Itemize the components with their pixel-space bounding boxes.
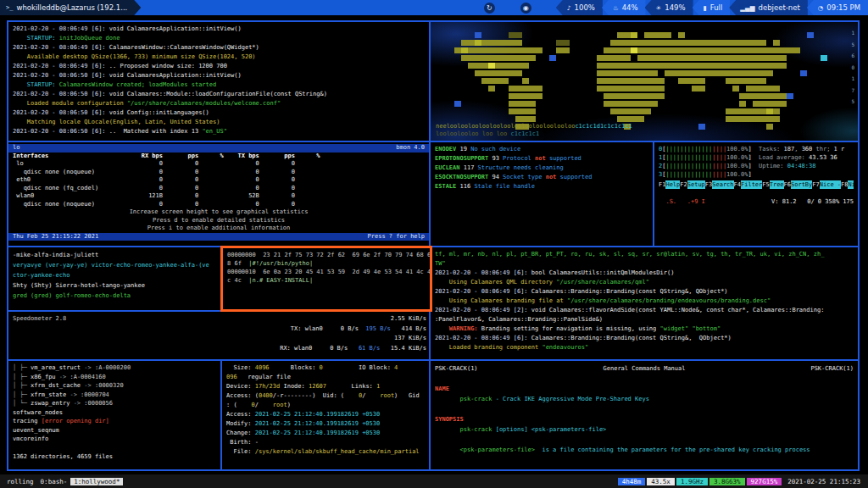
terminal-line: EUCLEAN 117 Structure needs cleaning bbox=[435, 164, 648, 173]
desktop: >_ whokilleddb@Lazarus (192.1... ↻ ◉ ♪ 1… bbox=[0, 0, 868, 488]
terminal-line: 2021-02-20 - 08:06:49 [6]: .. Proposed w… bbox=[13, 62, 425, 71]
status-chip: 4h48m bbox=[618, 478, 646, 485]
terminal-line: 1[|||||||||||||||||100.0%] Load average:… bbox=[659, 153, 854, 162]
pane-man-psk-crack[interactable]: PSK-CRACK(1)General Commands ManualPSK-C… bbox=[429, 359, 860, 471]
terminal-line: 1362 directories, 4659 files bbox=[13, 452, 216, 462]
terminal-line: WARNING: Branding setting for navigation… bbox=[435, 324, 854, 334]
terminal-line: TW" bbox=[435, 259, 854, 269]
map-row bbox=[434, 56, 844, 64]
fkey-label[interactable]: Filter bbox=[741, 180, 762, 189]
terminal-line: Size: 4096 Blocks: 0 IO Block: 4 bbox=[226, 363, 426, 373]
status-network[interactable]: ▂▄▆ debjeet-net bbox=[729, 0, 808, 15]
terminal-line: ctor-yankee-echo bbox=[13, 270, 216, 280]
htop-extra: .S. .+9 IV: 81.2 0/ 0 358% 175 bbox=[659, 189, 854, 206]
refresh-icon[interactable]: ↻ bbox=[484, 3, 495, 14]
terminal-line: Modify: 2021-02-25 21:12:40.199182619 +0… bbox=[226, 419, 426, 429]
fkey[interactable]: F4 bbox=[734, 180, 741, 189]
map-row bbox=[434, 41, 844, 48]
terminal-line: Available desktop QSize(1366, 733) minim… bbox=[13, 53, 425, 62]
wifi-icon: ▂▄▆ bbox=[740, 4, 754, 12]
pane-slab-tree[interactable]: │ ├─ vm_area_struct -> :A-0000200│ ├─ x8… bbox=[7, 359, 222, 471]
pane-bmon[interactable]: lobmon 4.0Interfaces RX bps pps % TX bps… bbox=[7, 141, 431, 247]
fkey[interactable]: F1 bbox=[659, 180, 665, 189]
temperature-icon: ♨ bbox=[613, 4, 619, 12]
fkey-label[interactable]: Setup bbox=[687, 180, 705, 189]
terminal-line: ENODEV 19 No such device bbox=[435, 145, 648, 154]
pane-htop[interactable]: 0[|||||||||||||||||100.0%] Tasks: 187, 3… bbox=[653, 141, 860, 247]
map-row bbox=[434, 102, 844, 109]
pane-speedometer[interactable]: Speedometer 2.82.55 KiB/sTX: wlan0 0 B/s… bbox=[7, 310, 432, 361]
terminal-line bbox=[13, 444, 216, 453]
terminal-line: Using Calamares branding file at "/usr/s… bbox=[435, 297, 854, 306]
power-icon[interactable]: ◉ bbox=[520, 3, 531, 14]
terminal-line bbox=[435, 374, 854, 384]
fkey-label[interactable]: Help bbox=[665, 180, 680, 189]
terminal-line: uevent_seqnum bbox=[13, 426, 216, 435]
tmux-status-right: 4h48m43.5x1.9GHz3.8G63%927G15%2021-02-25… bbox=[616, 478, 865, 485]
pane-calamares-log[interactable]: 2021-02-20 - 08:06:49 [6]: void Calamare… bbox=[7, 20, 431, 142]
status-volume: ♪ 100% bbox=[556, 0, 603, 15]
fkey[interactable]: F7 bbox=[812, 180, 819, 189]
terminal-line: File: /sys/kernel/slab/skbuff_head_cache… bbox=[226, 447, 426, 457]
terminal-line: STARTUP: CalamaresWindow created; loadMo… bbox=[13, 80, 425, 90]
terminal-line: vmcoreinfo bbox=[13, 435, 216, 444]
map-row bbox=[434, 109, 844, 117]
fkey[interactable]: F3 bbox=[705, 180, 712, 189]
terminal-line: Access: (0400/-r--------) Uid: ( 0/ root… bbox=[226, 391, 426, 401]
terminal-line: EPROTONOSUPPORT 93 Protocol not supporte… bbox=[435, 154, 648, 164]
terminal-line: looloolooloo loo loo c1c1c1c1 bbox=[436, 130, 843, 138]
terminal-line: 2021-02-20 - 08:06:49 [6]: void Calamare… bbox=[13, 25, 425, 34]
host-segment[interactable]: >_ whokilleddb@Lazarus (192.1... bbox=[0, 0, 141, 15]
pane-calamares-branding-log[interactable]: tf, ml, mr, nb, nl, pl, pt_BR, pt_PT, ro… bbox=[429, 246, 860, 361]
map-row bbox=[434, 79, 844, 86]
terminal-line: │ ├─ vm_area_struct -> :A-0000200 bbox=[13, 363, 216, 373]
fkey-label[interactable]: SortBy bbox=[791, 180, 812, 189]
pane-hexdump-active[interactable]: 00000000 23 21 2f 75 73 72 2f 62 69 6e 2… bbox=[220, 246, 432, 312]
terminal-line: qdisc none (fq_codel) 0 0 0 0 bbox=[13, 185, 425, 193]
terminal-line: tf, ml, mr, nb, nl, pl, pt_BR, pt_PT, ro… bbox=[435, 250, 854, 259]
volume-label: 100% bbox=[575, 3, 595, 12]
clock-icon: ◔ bbox=[818, 4, 824, 12]
host-label: whokilleddb@Lazarus (192.1... bbox=[16, 3, 127, 12]
status-chip: 3.8G63% bbox=[709, 478, 745, 485]
tmux-window-bash[interactable]: 0:bash- bbox=[37, 478, 71, 485]
pane-errno-list[interactable]: ENODEV 19 No such deviceEPROTONOSUPPORT … bbox=[429, 141, 654, 247]
terminal-line: 2021-02-20 - 08:06:49 [6]: Calamares::Br… bbox=[435, 334, 854, 343]
network-label: debjeet-net bbox=[759, 3, 800, 12]
pane-world-map[interactable]: neeloolooloolooloolooloolooloolooloolooc… bbox=[429, 20, 860, 142]
terminal-line: 2021-02-20 - 08:06:49 [2]: void Calamare… bbox=[435, 306, 854, 315]
terminal-line: psk-crack [options] <psk-parameters-file… bbox=[435, 424, 854, 435]
terminal-line: 2021-02-20 - 08:06:49 [6]: CalamaresWind… bbox=[13, 43, 425, 53]
terminal-line: Loaded module configuration "/usr/share/… bbox=[13, 99, 425, 108]
fkey-label[interactable]: Nice + bbox=[848, 180, 854, 189]
brightness-icon: ☀ bbox=[656, 4, 662, 12]
terminal-line: RX: wlan0 0 B/s 61 B/s 15.4 KiB/s bbox=[13, 344, 426, 354]
fkey-label[interactable]: Nice - bbox=[820, 180, 841, 189]
tmux-window-hollywood[interactable]: 1:hollywood* bbox=[70, 478, 123, 485]
htop-function-keys[interactable]: F1HelpF2SetupF3SearchF4FilterF5TreeF6Sor… bbox=[659, 180, 854, 189]
terminal-line: ESTALE 116 Stale file handle bbox=[435, 182, 648, 191]
fkey[interactable]: F5 bbox=[762, 180, 769, 189]
map-row bbox=[434, 25, 844, 33]
fkey-label[interactable]: Tree bbox=[770, 180, 784, 189]
terminal-line: TX: wlan0 0 B/s 195 B/s 414 B/s bbox=[13, 324, 426, 335]
fkey[interactable]: F6 bbox=[784, 180, 791, 189]
terminal-line: 0[|||||||||||||||||100.0%] Tasks: 187, 3… bbox=[659, 145, 854, 153]
terminal-line: Press i to enable additional information bbox=[13, 225, 425, 233]
terminal-line bbox=[435, 404, 854, 414]
terminal-line: 3[|||||||||||||||||100.0%] bbox=[659, 170, 854, 179]
fkey[interactable]: F2 bbox=[680, 180, 687, 189]
terminal-line bbox=[659, 189, 854, 197]
battery-label: Full bbox=[710, 3, 723, 12]
terminal-line: SYNOPSIS bbox=[435, 414, 854, 424]
pane-phonetic-words[interactable]: -mike-alfa-india-juliettveryavye (ver-ya… bbox=[7, 246, 222, 312]
fkey-label[interactable]: Search bbox=[712, 180, 733, 189]
terminal-line: :PanelFlavor&, Calamares::Branding::Pane… bbox=[435, 315, 854, 324]
status-chip: 927G15% bbox=[747, 478, 782, 485]
terminal-line: ESOCKTNOSUPPORT 94 Socket type not suppo… bbox=[435, 173, 648, 182]
terminal-line: Access: 2021-02-25 21:12:40.199182619 +0… bbox=[226, 410, 426, 419]
tmux-session-name: rolling bbox=[3, 478, 37, 485]
pane-stat-output[interactable]: Size: 4096 Blocks: 0 IO Block: 4096 regu… bbox=[220, 359, 432, 471]
terminal-line: psk-crack - Crack IKE Aggressive Mode Pr… bbox=[435, 394, 854, 404]
fkey[interactable]: F8 bbox=[841, 180, 848, 189]
